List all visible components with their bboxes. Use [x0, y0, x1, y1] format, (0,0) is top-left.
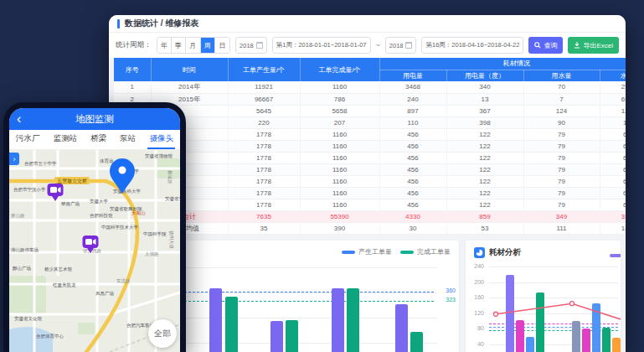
table-cell: 90: [523, 116, 600, 128]
y-axis-tick: 120: [469, 310, 484, 316]
table-cell: 1778: [228, 199, 300, 210]
table-cell: 140: [600, 222, 626, 234]
map-label: 安徽大学: [90, 199, 109, 204]
y-axis-tick: 240: [469, 263, 484, 269]
table-cell: 349: [523, 210, 600, 222]
map-label: 中国科学院: [143, 231, 167, 237]
table-cell: 1160: [300, 140, 379, 152]
svg-text:五里墩立交桥: 五里墩立交桥: [57, 178, 87, 184]
period-option-button[interactable]: 月: [186, 38, 200, 53]
group-header: 耗材情况: [379, 58, 626, 70]
bar: [612, 338, 621, 352]
export-excel-button[interactable]: 导出Excel: [568, 37, 619, 54]
y-axis-tick: 40: [469, 341, 484, 347]
phone-tab-监测站[interactable]: 监测站: [52, 130, 80, 149]
table-cell: 250: [600, 81, 626, 93]
table-cell: 122: [446, 152, 523, 163]
gridline: [489, 267, 618, 267]
bar: [572, 321, 580, 352]
map-label: 黄山路: [11, 213, 25, 218]
start-year-select[interactable]: 2018: [235, 37, 267, 54]
map-label: 中国科学技术大学: [101, 225, 139, 230]
phone-tab-泵站[interactable]: 泵站: [118, 130, 137, 149]
period-option-button[interactable]: 季: [172, 38, 186, 53]
phone-tab-桥梁[interactable]: 桥梁: [89, 130, 108, 149]
end-year-select[interactable]: 2018: [385, 37, 417, 54]
table-cell: 220: [228, 116, 300, 128]
end-week-value: 第16周：2018-04-16~2018-04-22: [425, 41, 519, 49]
table-cell: 1778: [228, 152, 300, 163]
legend-pill: [342, 251, 355, 254]
phone-tab-摄像头[interactable]: 摄像头: [147, 130, 175, 149]
legend-item[interactable]: 完成工单量: [400, 247, 451, 256]
table-cell: 67: [600, 199, 626, 210]
calendar-icon: [405, 42, 412, 49]
table-row: 12014年119211160346834070250: [114, 81, 626, 93]
table-cell: 5658: [300, 105, 379, 116]
all-filter-button[interactable]: 全部: [148, 319, 177, 348]
table-cell: 456: [379, 152, 446, 163]
table-cell: 122: [446, 140, 523, 152]
y-axis-tick: 160: [469, 294, 484, 300]
table-cell: 456: [379, 187, 446, 199]
table-row: 177811604561227967: [114, 163, 626, 175]
table-cell: 1160: [300, 152, 379, 163]
chart-title: 耗材分析: [474, 247, 521, 258]
breadcrumb-text: 数据统计 / 维修报表: [125, 18, 198, 29]
phone-mockup: ‹ 地图监测 污水厂监测站桥梁泵站摄像头: [3, 102, 186, 352]
park-area: [78, 323, 95, 334]
map-canvas[interactable]: 五里墩立交桥 合肥市五十中学体育场安徽农业大学安徽省博物馆合肥市宁溪小学安徽医科…: [9, 150, 180, 352]
map-label: 桐城路: [167, 169, 173, 184]
calendar-icon: [256, 42, 263, 49]
table-cell: 79: [523, 128, 600, 140]
phone-tab-污水厂[interactable]: 污水厂: [14, 130, 42, 149]
start-week-value: 第1周：2018-01-01~2018-01-07: [276, 41, 367, 49]
table-row: 177811604561227967: [114, 187, 626, 199]
legend-item[interactable]: 产生工单量: [342, 247, 392, 256]
table-cell: 1: [114, 81, 151, 93]
table-cell: 207: [300, 116, 379, 128]
map-label: 合肥市五十中学: [24, 161, 57, 167]
table-row: 56455658897367124125: [114, 105, 626, 116]
table-cell: 79: [523, 163, 600, 175]
road-label: 五里墩立交桥: [54, 177, 90, 184]
bar: [516, 320, 524, 352]
period-option-button[interactable]: 日: [215, 38, 229, 53]
chart-legend[interactable]: [610, 254, 621, 257]
table-cell: 456: [379, 163, 446, 175]
accent-bar: [117, 19, 120, 28]
panel-expander-button[interactable]: ›: [9, 153, 19, 165]
table-row: 177811604561227967: [114, 199, 626, 210]
map-label: 东流路: [116, 278, 131, 284]
period-option-button[interactable]: 周: [201, 38, 215, 53]
map-label: 安徽医科大学: [113, 189, 142, 194]
table-cell: 690: [600, 93, 626, 105]
table-cell: 3468: [379, 81, 446, 93]
table-cell: 1160: [300, 81, 379, 93]
table-cell: 30: [379, 222, 446, 234]
table-cell: 1778: [228, 163, 300, 175]
phone-tab-bar: 污水厂监测站桥梁泵站摄像头: [9, 130, 180, 150]
table-cell: 125: [600, 105, 626, 116]
breadcrumb: 数据统计 / 维修报表: [109, 15, 626, 33]
table-cell: 5645: [228, 105, 300, 116]
table-cell: 122: [446, 128, 523, 140]
period-option-button[interactable]: 年: [157, 38, 172, 53]
table-cell: 79: [523, 199, 600, 210]
report-table: 序号时间工单产生量/个工单完成量/个耗材情况用电量用电量（度）用水量水量 120…: [114, 58, 626, 235]
column-header: 工单完成量/个: [300, 58, 379, 81]
table-cell: 859: [446, 210, 523, 222]
query-button[interactable]: 查询: [528, 37, 563, 54]
table-cell: 1160: [300, 128, 379, 140]
start-week-input[interactable]: 第1周：2018-01-01~2018-01-07: [272, 37, 371, 54]
sub-column-header: 水量: [600, 70, 626, 81]
back-icon[interactable]: ‹: [17, 108, 21, 130]
phone-header: ‹ 地图监测: [9, 108, 180, 130]
end-week-input[interactable]: 第16周：2018-04-16~2018-04-22: [421, 37, 523, 54]
table-cell: 67: [600, 163, 626, 175]
guide-value: 323: [446, 297, 456, 303]
start-year-value: 2018: [240, 42, 254, 49]
map-label: 德州大道: [168, 230, 174, 250]
header-row: 序号时间工单产生量/个工单完成量/个耗材情况: [114, 58, 626, 70]
filter-bar: 统计周期： 年季月周日 2018 第1周：2018-01-01~2018-01-…: [109, 33, 626, 58]
